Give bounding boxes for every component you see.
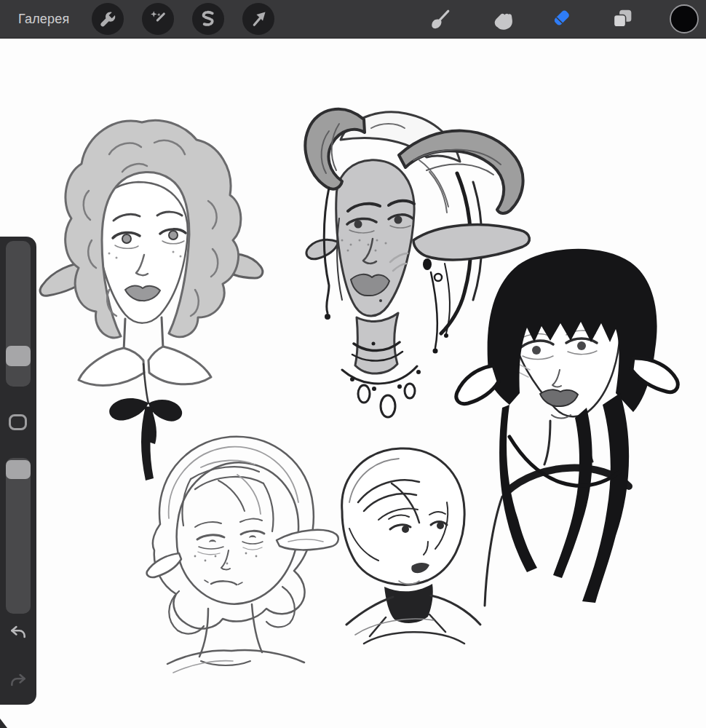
paint-button[interactable]	[424, 3, 456, 35]
selection-s-icon	[198, 9, 218, 29]
procreate-app-window: Галерея	[0, 0, 706, 728]
wrench-icon	[98, 9, 118, 29]
redo-icon	[9, 670, 28, 689]
layers-icon	[610, 7, 635, 31]
erase-button[interactable]	[548, 3, 580, 35]
actions-button[interactable]	[92, 3, 124, 35]
smudge-button[interactable]	[486, 3, 518, 35]
paintbrush-icon	[428, 7, 453, 31]
eraser-icon	[552, 7, 576, 31]
sketch-curly-hair-sheep-ears-portrait	[40, 120, 263, 480]
transform-arrow-icon	[248, 9, 269, 29]
adjustments-button[interactable]	[142, 3, 174, 35]
canvas-corner-backdrop	[0, 719, 7, 728]
magic-wand-icon	[148, 9, 168, 29]
undo-icon	[9, 622, 28, 641]
opacity-slider[interactable]	[6, 458, 31, 614]
top-toolbar: Галерея	[0, 0, 706, 39]
color-button[interactable]	[668, 3, 700, 35]
undo-button[interactable]	[7, 621, 29, 643]
layers-button[interactable]	[606, 3, 638, 35]
selection-button[interactable]	[192, 3, 224, 35]
sketch-short-hair-turtleneck-portrait	[342, 448, 480, 644]
transform-button[interactable]	[242, 3, 274, 35]
gallery-button[interactable]: Галерея	[18, 0, 69, 38]
modify-button[interactable]	[9, 414, 27, 430]
redo-button[interactable]	[7, 669, 29, 691]
canvas-artwork[interactable]	[0, 0, 706, 728]
opacity-handle[interactable]	[6, 460, 31, 479]
color-swatch-circle	[668, 3, 700, 35]
smudge-finger-icon	[490, 7, 515, 31]
brush-sidebar	[0, 237, 36, 705]
brush-size-handle[interactable]	[6, 346, 31, 366]
brush-size-slider[interactable]	[6, 241, 31, 387]
sketch-black-bob-portrait	[456, 249, 678, 606]
sketch-wavy-hair-elf-portrait	[147, 437, 338, 673]
